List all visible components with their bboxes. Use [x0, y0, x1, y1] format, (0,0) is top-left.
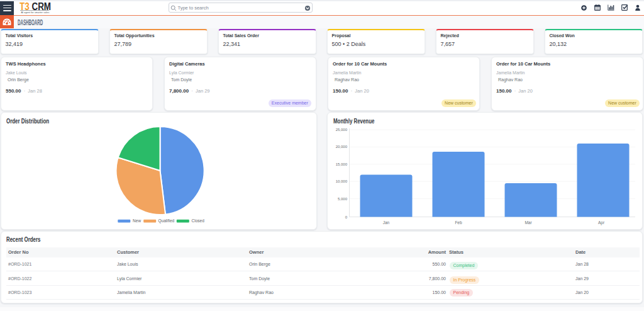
svg-text:5,000: 5,000: [338, 197, 348, 201]
svg-text:0: 0: [345, 215, 348, 219]
svg-text:15,000: 15,000: [336, 162, 348, 166]
svg-text:20,000: 20,000: [336, 145, 348, 149]
svg-text:Feb: Feb: [455, 220, 462, 225]
svg-text:10,000: 10,000: [336, 179, 348, 183]
svg-text:Mar: Mar: [525, 220, 532, 225]
svg-text:25,000: 25,000: [336, 128, 348, 132]
svg-text:New: New: [133, 218, 141, 223]
svg-text:Closed: Closed: [192, 218, 205, 223]
svg-text:Apr: Apr: [598, 220, 605, 225]
svg-text:Jan: Jan: [383, 220, 390, 225]
svg-text:Qualified: Qualified: [158, 218, 175, 223]
